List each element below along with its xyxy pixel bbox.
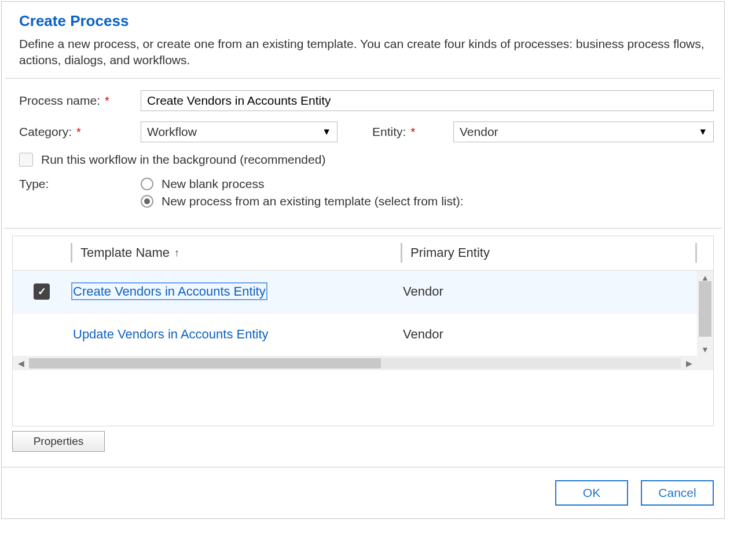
template-grid: Template Name ↑ Primary Entity ✓ <box>12 235 714 426</box>
type-option-blank: New blank process <box>162 177 264 191</box>
type-radio-blank[interactable] <box>141 178 153 190</box>
form: Process name: * Category: * Workflow ▼ E… <box>2 79 724 216</box>
type-option-template: New process from an existing template (s… <box>162 194 464 208</box>
entity-label: Entity: <box>372 125 406 139</box>
entity-select[interactable]: Vendor ▼ <box>453 121 714 142</box>
chevron-down-icon: ▼ <box>698 127 707 137</box>
dialog-header: Create Process Define a new process, or … <box>2 2 724 78</box>
grid-body: ✓ Create Vendors in Accounts Entity Vend… <box>13 271 713 356</box>
run-background-label: Run this workflow in the background (rec… <box>41 153 325 167</box>
grid-header: Template Name ↑ Primary Entity <box>13 236 713 271</box>
row-checkbox-checked[interactable]: ✓ <box>34 283 50 300</box>
run-background-checkbox[interactable] <box>19 153 33 167</box>
horizontal-scrollbar[interactable]: ◀ ▶ <box>13 356 713 370</box>
primary-entity-cell: Vendor <box>401 327 661 342</box>
column-template-name-label: Template Name <box>80 245 170 260</box>
table-row[interactable]: Update Vendors in Accounts Entity Vendor… <box>13 314 713 356</box>
cancel-button-label: Cancel <box>658 486 696 500</box>
column-separator <box>695 243 697 263</box>
dialog-footer: OK Cancel <box>2 467 724 518</box>
vertical-scrollbar[interactable]: ▲ ▼ <box>697 271 713 356</box>
category-label: Category: <box>19 125 72 139</box>
table-row[interactable]: ✓ Create Vendors in Accounts Entity Vend… <box>13 271 713 314</box>
category-value: Workflow <box>147 125 197 139</box>
ok-button-label: OK <box>583 486 600 500</box>
cancel-button[interactable]: Cancel <box>641 480 714 506</box>
scroll-down-icon[interactable]: ▼ <box>697 342 713 356</box>
template-grid-wrap: Template Name ↑ Primary Entity ✓ <box>2 229 724 426</box>
properties-button[interactable]: Properties <box>12 431 105 452</box>
ok-button[interactable]: OK <box>555 480 628 506</box>
primary-entity-cell: Vendor <box>401 284 661 299</box>
process-name-row: Process name: * <box>19 90 714 111</box>
column-separator <box>401 243 402 263</box>
properties-button-label: Properties <box>34 435 84 448</box>
template-name-link[interactable]: Update Vendors in Accounts Entity <box>73 327 269 341</box>
column-primary-entity[interactable]: Primary Entity <box>401 243 661 263</box>
scroll-right-icon[interactable]: ▶ <box>681 359 697 368</box>
scroll-thumb[interactable] <box>29 358 381 369</box>
run-background-row: Run this workflow in the background (rec… <box>19 153 714 167</box>
required-icon: * <box>105 95 109 106</box>
template-name-link[interactable]: Create Vendors in Accounts Entity <box>73 284 266 299</box>
type-row: Type: New blank process New process from… <box>19 177 714 208</box>
properties-area: Properties <box>2 426 724 467</box>
category-select[interactable]: Workflow ▼ <box>141 121 338 142</box>
type-label: Type: <box>19 177 49 191</box>
process-name-label: Process name: <box>19 94 100 108</box>
column-template-name[interactable]: Template Name ↑ <box>71 243 401 263</box>
chevron-down-icon: ▼ <box>322 127 331 137</box>
scroll-thumb[interactable] <box>699 281 711 337</box>
process-name-input[interactable] <box>141 90 714 111</box>
sort-asc-icon: ↑ <box>174 247 179 259</box>
column-separator <box>71 243 72 263</box>
column-primary-entity-label: Primary Entity <box>410 245 490 260</box>
entity-value: Vendor <box>460 125 498 139</box>
dialog-title: Create Process <box>19 12 707 30</box>
required-icon: * <box>410 125 415 139</box>
create-process-dialog: Create Process Define a new process, or … <box>1 1 725 519</box>
required-icon: * <box>76 126 81 138</box>
type-radio-template[interactable] <box>141 195 153 208</box>
dialog-subtitle: Define a new process, or create one from… <box>19 36 707 69</box>
category-entity-row: Category: * Workflow ▼ Entity: * Vendor … <box>19 121 714 142</box>
scroll-left-icon[interactable]: ◀ <box>13 359 29 368</box>
